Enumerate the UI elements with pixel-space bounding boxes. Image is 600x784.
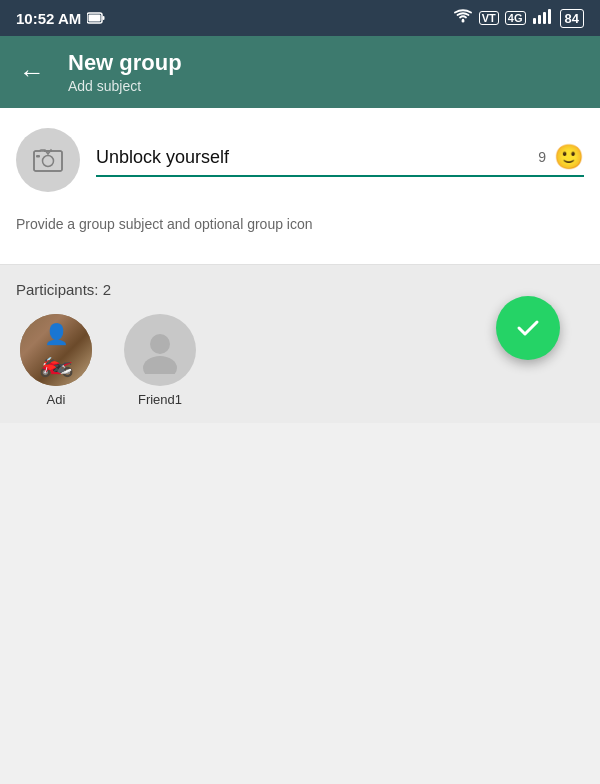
signal-icon xyxy=(532,8,554,28)
group-name-input[interactable] xyxy=(96,147,522,168)
status-bar: 10:52 AM VT 4G xyxy=(0,0,600,36)
svg-point-3 xyxy=(461,20,464,23)
group-setup-section: 9 🙂 Provide a group subject and optional… xyxy=(0,108,600,264)
4g-badge: 4G xyxy=(505,11,526,25)
svg-rect-7 xyxy=(548,9,551,24)
emoji-button[interactable]: 🙂 xyxy=(554,143,584,171)
confirm-fab-button[interactable] xyxy=(496,296,560,360)
app-bar: ← New group Add subject xyxy=(0,36,600,108)
participant-item: Friend1 xyxy=(120,314,200,407)
char-count: 9 xyxy=(530,149,546,165)
battery-icon xyxy=(87,10,105,27)
default-avatar-icon xyxy=(124,314,196,386)
vt-badge: VT xyxy=(479,11,499,25)
svg-rect-2 xyxy=(89,14,101,21)
participant-avatar-adi xyxy=(20,314,92,386)
svg-rect-1 xyxy=(103,16,105,20)
participant-avatar-friend1 xyxy=(124,314,196,386)
battery-level: 84 xyxy=(560,9,584,28)
participant-item: Adi xyxy=(16,314,96,407)
group-name-input-area: 9 🙂 xyxy=(96,143,584,177)
wifi-icon xyxy=(453,8,473,28)
svg-rect-10 xyxy=(36,155,40,158)
svg-rect-6 xyxy=(543,12,546,24)
status-time: 10:52 AM xyxy=(16,10,105,27)
svg-rect-5 xyxy=(538,15,541,24)
hint-text: Provide a group subject and optional gro… xyxy=(16,216,584,248)
app-bar-subtitle: Add subject xyxy=(68,78,182,94)
participants-label: Participants: 2 xyxy=(16,281,584,298)
input-row: 9 🙂 xyxy=(16,128,584,204)
svg-point-11 xyxy=(150,334,170,354)
svg-point-9 xyxy=(43,156,54,167)
content-wrapper: 9 🙂 Provide a group subject and optional… xyxy=(0,108,600,423)
svg-rect-4 xyxy=(533,18,536,24)
svg-point-12 xyxy=(143,356,177,374)
participant-name-adi: Adi xyxy=(47,392,66,407)
app-bar-title: New group xyxy=(68,50,182,76)
time-text: 10:52 AM xyxy=(16,10,81,27)
app-bar-title-area: New group Add subject xyxy=(68,50,182,94)
status-right: VT 4G 84 xyxy=(453,8,584,28)
participant-name-friend1: Friend1 xyxy=(138,392,182,407)
back-button[interactable]: ← xyxy=(16,57,48,88)
group-icon-button[interactable] xyxy=(16,128,80,192)
